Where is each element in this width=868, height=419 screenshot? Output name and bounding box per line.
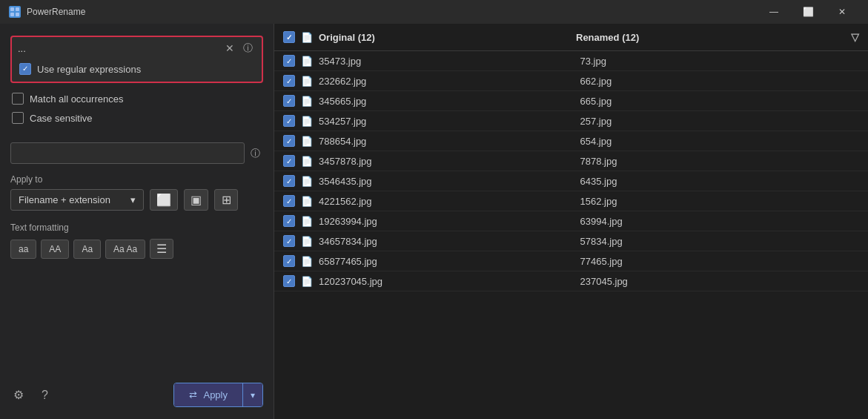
table-row: ✓ 📄 4221562.jpg 1562.jpg <box>274 191 868 211</box>
file-icon: 📄 <box>301 56 313 67</box>
row-checkbox[interactable]: ✓ <box>283 135 295 147</box>
row-original: 📄 232662.jpg <box>301 76 580 87</box>
filter-icon[interactable]: ▽ <box>851 31 859 43</box>
row-checkbox[interactable]: ✓ <box>283 175 295 187</box>
left-panel: ✕ ⓘ ✓ Use regular expressions Match all … <box>0 24 274 419</box>
apply-to-select[interactable]: Filename + extension ▾ <box>10 189 144 211</box>
minimize-button[interactable]: — <box>757 0 791 24</box>
row-check: ✓ <box>283 195 301 207</box>
use-regex-row: ✓ Use regular expressions <box>18 59 256 79</box>
original-filename: 232662.jpg <box>319 76 366 87</box>
original-filename: 534257.jpg <box>319 116 366 127</box>
use-regex-checkbox[interactable]: ✓ <box>19 63 31 75</box>
case-sensitive-checkbox[interactable] <box>12 112 24 124</box>
row-checkmark: ✓ <box>286 117 292 125</box>
help-button[interactable]: ? <box>39 385 51 405</box>
layout-btn-3[interactable]: ⊞ <box>214 189 238 211</box>
lowercase-btn[interactable]: aa <box>10 240 36 259</box>
search-box-wrapper: ✕ ⓘ ✓ Use regular expressions <box>10 36 263 83</box>
row-checkbox[interactable]: ✓ <box>283 95 295 107</box>
search-input[interactable] <box>18 41 219 56</box>
table-row: ✓ 📄 65877465.jpg 77465.jpg <box>274 251 868 271</box>
row-renamed: 73.jpg <box>580 56 860 67</box>
layout-btn-2[interactable]: ▣ <box>184 189 208 211</box>
apply-btn-group: ⇄ Apply ▾ <box>173 383 263 407</box>
list-format-btn[interactable]: ☰ <box>150 239 173 259</box>
renamed-header: Renamed (12) <box>576 32 851 43</box>
original-filename: 34657834.jpg <box>319 236 377 247</box>
row-original: 📄 34657834.jpg <box>301 236 580 247</box>
row-checkbox[interactable]: ✓ <box>283 155 295 167</box>
search-clear-button[interactable]: ✕ <box>224 41 236 56</box>
table-row: ✓ 📄 345665.jpg 665.jpg <box>274 91 868 111</box>
original-filename: 3546435.jpg <box>319 176 372 187</box>
row-check: ✓ <box>283 275 301 287</box>
row-original: 📄 35473.jpg <box>301 56 580 67</box>
table-row: ✓ 📄 534257.jpg 257.jpg <box>274 111 868 131</box>
titlecase-btn[interactable]: Aa <box>73 240 101 259</box>
original-filename: 65877465.jpg <box>319 256 377 267</box>
row-renamed: 665.jpg <box>580 96 860 107</box>
original-header: 📄 Original (12) <box>301 32 576 43</box>
original-filename: 788654.jpg <box>319 136 366 147</box>
select-all-checkbox[interactable]: ✓ <box>283 31 295 43</box>
original-filename: 345665.jpg <box>319 96 366 107</box>
row-original: 📄 19263994.jpg <box>301 216 580 227</box>
file-icon: 📄 <box>301 96 313 107</box>
format-label: Text formatting <box>10 222 263 233</box>
camelcase-btn[interactable]: Aa Aa <box>105 240 145 259</box>
case-sensitive-label: Case sensitive <box>30 113 93 124</box>
row-renamed: 77465.jpg <box>580 256 860 267</box>
row-checkbox[interactable]: ✓ <box>283 235 295 247</box>
file-list-header: ✓ 📄 Original (12) Renamed (12) ▽ <box>274 24 868 51</box>
row-check: ✓ <box>283 115 301 127</box>
svg-rect-0 <box>10 7 14 11</box>
original-filename: 120237045.jpg <box>319 276 382 287</box>
row-original: 📄 65877465.jpg <box>301 256 580 267</box>
file-icon: 📄 <box>301 236 313 247</box>
row-checkbox[interactable]: ✓ <box>283 215 295 227</box>
replace-input[interactable] <box>10 142 245 164</box>
title-bar: PowerRename — ⬜ ✕ <box>0 0 868 24</box>
row-checkbox[interactable]: ✓ <box>283 115 295 127</box>
bottom-left: ⚙ ? <box>10 385 51 405</box>
row-checkbox[interactable]: ✓ <box>283 55 295 67</box>
file-icon: 📄 <box>301 176 313 187</box>
format-section: Text formatting aa AA Aa Aa Aa ☰ <box>10 222 263 259</box>
svg-rect-2 <box>10 13 14 16</box>
format-buttons: aa AA Aa Aa Aa ☰ <box>10 239 263 259</box>
maximize-button[interactable]: ⬜ <box>791 0 825 24</box>
row-checkbox[interactable]: ✓ <box>283 195 295 207</box>
close-button[interactable]: ✕ <box>825 0 859 24</box>
row-original: 📄 120237045.jpg <box>301 276 580 287</box>
use-regex-label: Use regular expressions <box>37 64 141 75</box>
row-renamed: 654.jpg <box>580 136 860 147</box>
row-check: ✓ <box>283 95 301 107</box>
header-check: ✓ <box>283 31 301 43</box>
file-icon: 📄 <box>301 116 313 127</box>
apply-button[interactable]: ⇄ Apply <box>174 383 242 406</box>
file-icon: 📄 <box>301 276 313 287</box>
uppercase-btn[interactable]: AA <box>41 240 69 259</box>
row-checkmark: ✓ <box>286 97 292 105</box>
row-original: 📄 3546435.jpg <box>301 176 580 187</box>
search-info-button[interactable]: ⓘ <box>240 40 256 56</box>
replace-info-button[interactable]: ⓘ <box>248 145 263 162</box>
row-checkmark: ✓ <box>286 157 292 165</box>
row-checkbox[interactable]: ✓ <box>283 275 295 287</box>
row-checkbox[interactable]: ✓ <box>283 255 295 267</box>
row-checkbox[interactable]: ✓ <box>283 75 295 87</box>
table-row: ✓ 📄 232662.jpg 662.jpg <box>274 71 868 91</box>
layout-btn-1[interactable]: ⬜ <box>150 189 178 211</box>
row-checkmark: ✓ <box>286 137 292 145</box>
apply-dropdown-button[interactable]: ▾ <box>242 383 262 406</box>
row-renamed: 257.jpg <box>580 116 860 127</box>
row-check: ✓ <box>283 215 301 227</box>
table-row: ✓ 📄 3457878.jpg 7878.jpg <box>274 151 868 171</box>
row-original: 📄 3457878.jpg <box>301 156 580 167</box>
settings-button[interactable]: ⚙ <box>10 385 27 405</box>
main-layout: ✕ ⓘ ✓ Use regular expressions Match all … <box>0 24 868 419</box>
match-all-checkbox[interactable] <box>12 93 24 105</box>
original-filename: 35473.jpg <box>319 56 361 67</box>
file-icon: 📄 <box>301 196 313 207</box>
